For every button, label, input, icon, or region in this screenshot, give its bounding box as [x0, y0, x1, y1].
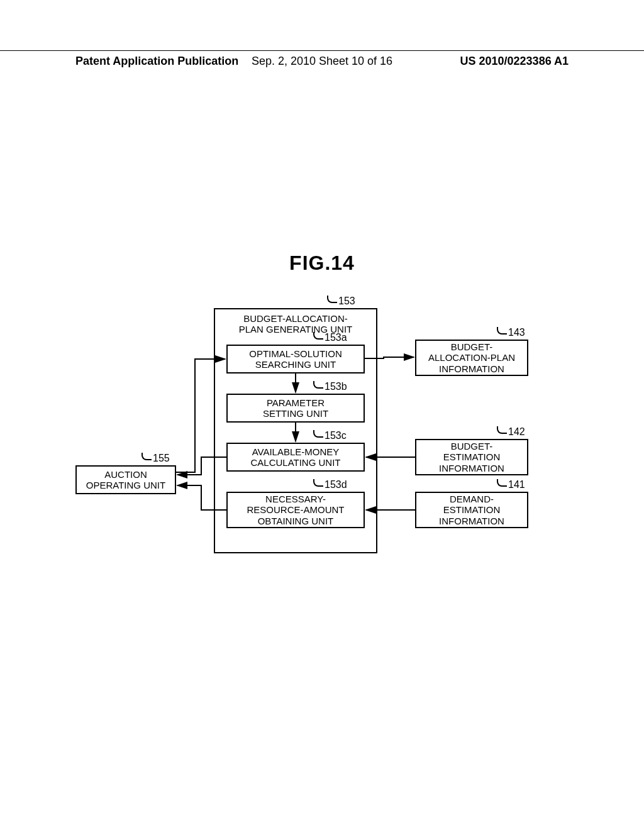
ref-143: 143	[497, 327, 525, 338]
label-153: BUDGET-ALLOCATION- PLAN GENERATING UNIT	[221, 313, 370, 335]
ref-153a: 153a	[313, 332, 347, 343]
block-demand-estimation-information: DEMAND- ESTIMATION INFORMATION	[415, 492, 528, 528]
ref-142: 142	[497, 426, 525, 438]
block-budget-estimation-information: BUDGET- ESTIMATION INFORMATION	[415, 439, 528, 475]
label-153c: AVAILABLE-MONEY CALCULATING UNIT	[250, 446, 340, 468]
header-left: Patent Application Publication	[75, 55, 238, 68]
block-auction-operating-unit: AUCTION OPERATING UNIT	[75, 465, 176, 494]
ref-153d: 153d	[313, 479, 347, 490]
ref-153b: 153b	[313, 381, 347, 392]
header-mid: Sep. 2, 2010 Sheet 10 of 16	[252, 55, 392, 68]
figure-title: FIG.14	[0, 252, 644, 275]
block-budget-allocation-plan-information: BUDGET- ALLOCATION-PLAN INFORMATION	[415, 340, 528, 376]
block-optimal-solution-searching-unit: OPTIMAL-SOLUTION SEARCHING UNIT	[226, 345, 365, 374]
label-141: DEMAND- ESTIMATION INFORMATION	[439, 494, 504, 526]
label-143: BUDGET- ALLOCATION-PLAN INFORMATION	[428, 341, 515, 374]
label-153b: PARAMETER SETTING UNIT	[263, 397, 328, 419]
label-142: BUDGET- ESTIMATION INFORMATION	[439, 441, 504, 473]
header-right: US 2010/0223386 A1	[460, 55, 569, 68]
ref-141: 141	[497, 479, 525, 490]
ref-153: 153	[327, 296, 355, 307]
block-necessary-resource-amount-obtaining-unit: NECESSARY- RESOURCE-AMOUNT OBTAINING UNI…	[226, 492, 365, 528]
diagram: BUDGET-ALLOCATION- PLAN GENERATING UNIT …	[75, 289, 579, 578]
page-header: Patent Application Publication Sep. 2, 2…	[0, 50, 644, 68]
ref-155: 155	[142, 453, 170, 464]
label-155: AUCTION OPERATING UNIT	[86, 469, 165, 491]
block-parameter-setting-unit: PARAMETER SETTING UNIT	[226, 394, 365, 423]
label-153d: NECESSARY- RESOURCE-AMOUNT OBTAINING UNI…	[247, 494, 344, 526]
label-153a: OPTIMAL-SOLUTION SEARCHING UNIT	[249, 348, 342, 370]
block-available-money-calculating-unit: AVAILABLE-MONEY CALCULATING UNIT	[226, 443, 365, 472]
ref-153c: 153c	[313, 430, 347, 441]
